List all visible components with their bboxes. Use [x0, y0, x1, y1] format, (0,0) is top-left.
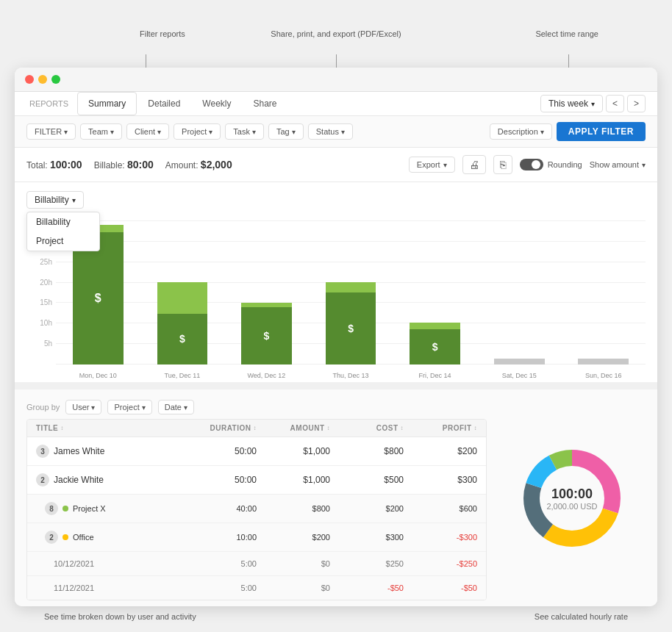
bar-wed-label: Wed, Dec 12 [248, 372, 286, 379]
row-num-projectx: 8 [45, 502, 58, 515]
row-duration-projectx: 40:00 [183, 504, 257, 513]
row-duration-date1: 5:00 [183, 559, 257, 568]
share-button[interactable]: ⎘ [493, 155, 512, 174]
apply-filter-button[interactable]: APPLY FILTER [557, 122, 646, 141]
toggle-switch[interactable] [520, 159, 543, 170]
row-num-james: 3 [36, 445, 49, 458]
row-duration-jackie: 50:00 [183, 475, 257, 485]
status-chevron-icon: ▾ [341, 128, 345, 136]
row-duration-date2: 5:00 [183, 583, 257, 592]
table-row: 2 Jackie White 50:00 $1,000 $500 $300 [27, 466, 486, 495]
project-chevron-icon: ▾ [209, 128, 212, 136]
header-duration: DURATION ↕ [183, 424, 257, 432]
bar-thu: 20:00h $ Thu, Dec 13 [309, 220, 393, 365]
maximize-button[interactable] [51, 75, 60, 84]
reports-label: REPORTS [26, 92, 71, 115]
dropdown-item-billability[interactable]: Billability [27, 212, 99, 231]
row-cost-date2: -$50 [330, 583, 404, 592]
team-chevron-icon: ▾ [110, 128, 114, 136]
row-title-james: 3 James White [36, 445, 183, 458]
tab-detailed[interactable]: Detailed [137, 92, 191, 115]
export-button[interactable]: Export ▾ [409, 157, 455, 173]
show-amount-button[interactable]: Show amount ▾ [590, 160, 646, 169]
dot-green-icon [62, 506, 68, 511]
bar-sun-label: Sun, Dec 16 [585, 372, 622, 379]
project-filter-button[interactable]: Project ▾ [174, 123, 221, 140]
row-title-jackie: 2 Jackie White [36, 473, 183, 486]
row-date2: 11/12/2021 [54, 583, 94, 592]
tag-chevron-icon: ▾ [292, 128, 296, 136]
status-filter-button[interactable]: Status ▾ [308, 123, 353, 140]
filter-chevron-icon: ▾ [64, 128, 68, 136]
dot-yellow-icon [62, 534, 68, 540]
billability-chevron-icon: ▾ [72, 196, 76, 204]
team-filter-button[interactable]: Team ▾ [80, 123, 122, 140]
row-profit-projectx: $600 [404, 504, 477, 513]
bar-sat-label: Sat, Dec 15 [502, 372, 537, 379]
filter-reports-annotation: Filter reports [140, 29, 185, 38]
show-amount-chevron-icon: ▾ [642, 161, 646, 169]
minimize-button[interactable] [38, 75, 47, 84]
task-chevron-icon: ▾ [252, 128, 256, 136]
row-amount-james: $1,000 [257, 446, 330, 456]
billability-menu: Billability Project [26, 212, 100, 251]
row-profit-date1: -$250 [404, 559, 477, 568]
client-filter-button[interactable]: Client ▾ [126, 123, 169, 140]
tab-summary[interactable]: Summary [77, 92, 137, 115]
prev-period-button[interactable]: < [606, 95, 624, 112]
tag-filter-button[interactable]: Tag ▾ [268, 123, 304, 140]
total-stat: Total: 100:00 [26, 159, 82, 170]
next-period-button[interactable]: > [627, 95, 646, 112]
row-duration-james: 50:00 [183, 446, 257, 456]
billability-dropdown[interactable]: Billability ▾ [26, 191, 84, 209]
dropdown-item-project[interactable]: Project [27, 231, 99, 251]
description-filter-button[interactable]: Description ▾ [490, 123, 552, 140]
traffic-lights [25, 75, 60, 84]
filter-bar: FILTER ▾ Team ▾ Client ▾ Project ▾ Task … [15, 116, 657, 148]
donut-amount: 2,000.00 USD [546, 501, 597, 510]
group-by-project[interactable]: Project ▾ [107, 400, 151, 414]
row-num-jackie: 2 [36, 473, 49, 486]
donut-chart: 100:00 2,000.00 USD [513, 439, 631, 557]
table-side: Group by User ▾ Project ▾ Date ▾ [26, 395, 487, 600]
task-filter-button[interactable]: Task ▾ [225, 123, 264, 140]
row-date1: 10/12/2021 [54, 559, 94, 568]
print-button[interactable]: 🖨 [462, 155, 486, 174]
bottom-annotations: See time broken down by user and activit… [15, 606, 657, 621]
stats-right: Export ▾ 🖨 ⎘ Rounding Show amount ▾ [409, 155, 646, 174]
rounding-toggle[interactable]: Rounding [520, 159, 582, 170]
group-by-user[interactable]: User ▾ [65, 400, 101, 414]
header-cost: COST ↕ [330, 424, 404, 432]
time-range-annotation: Select time range [535, 29, 598, 38]
row-name-projectx: Project X [73, 504, 106, 513]
close-button[interactable] [25, 75, 34, 84]
row-title-projectx: 8 Project X [45, 502, 183, 515]
time-range-area: This week ▾ < > [540, 95, 646, 112]
profit-sort-icon: ↕ [474, 425, 478, 431]
filter-main-button[interactable]: FILTER ▾ [26, 123, 76, 140]
hourly-rate-annotation: See calculated hourly rate [535, 612, 628, 621]
description-chevron-icon: ▾ [540, 128, 544, 136]
row-amount-jackie: $1,000 [257, 475, 330, 485]
group-by-bar: Group by User ▾ Project ▾ Date ▾ [26, 395, 487, 419]
row-cost-projectx: $200 [330, 504, 404, 513]
header-profit: PROFIT ↕ [404, 424, 477, 432]
time-range-button[interactable]: This week ▾ [540, 95, 603, 112]
row-name-jackie: Jackie White [54, 475, 104, 485]
tab-share[interactable]: Share [242, 92, 287, 115]
bar-wed: 15:00h $ Wed, Dec 12 [224, 220, 309, 365]
table-row: 2 Office 10:00 $200 $300 -$300 [27, 523, 486, 552]
group-by-date[interactable]: Date ▾ [158, 400, 194, 414]
chart-area: Billability ▾ Billability Project 35h 30… [15, 182, 657, 382]
project-group-chevron-icon: ▾ [142, 403, 146, 412]
chart-bars: 35:00h $ Mon, Dec 10 20:00h $ Tue, Dec 1… [26, 220, 646, 365]
user-chevron-icon: ▾ [91, 403, 95, 412]
share-print-annotation: Share, print, and export (PDF/Excel) [271, 29, 401, 38]
row-cost-office: $300 [330, 533, 404, 542]
date-chevron-icon: ▾ [184, 403, 187, 412]
bar-fri: 10:00h $ Fri, Dec 14 [393, 220, 477, 365]
tab-weekly[interactable]: Weekly [191, 92, 242, 115]
row-amount-projectx: $800 [257, 504, 330, 513]
row-num-office: 2 [45, 531, 58, 544]
export-chevron-icon: ▾ [443, 161, 447, 169]
